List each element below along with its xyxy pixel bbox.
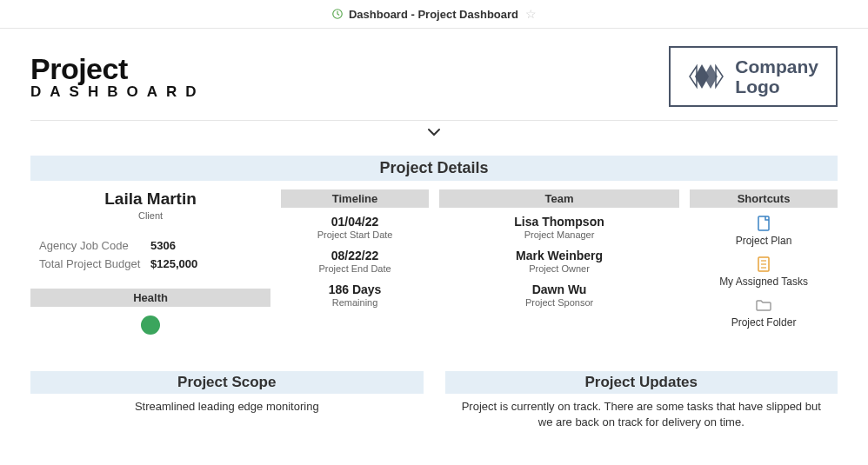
folder-icon <box>690 296 838 314</box>
chevron-down-icon[interactable] <box>426 124 442 142</box>
remaining-label: Remaining <box>281 297 429 308</box>
project-scope-column: Project Scope Streamlined leading edge m… <box>30 371 424 435</box>
project-scope-banner: Project Scope <box>30 371 424 394</box>
end-date-label: Project End Date <box>281 263 429 274</box>
document-icon <box>690 215 838 232</box>
start-date-item: 01/04/22 Project Start Date <box>281 215 429 240</box>
team-member: Dawn Wu Project Sponsor <box>439 282 679 308</box>
shortcuts-column: Shortcuts Project Plan My Assigned Tasks… <box>690 189 838 338</box>
company-logo-line1: Company <box>735 56 818 76</box>
team-member-role: Project Sponsor <box>439 297 679 308</box>
budget-value: $125,000 <box>150 257 262 270</box>
start-date-label: Project Start Date <box>281 229 429 240</box>
svg-rect-1 <box>758 216 769 230</box>
shortcut-label: Project Plan <box>690 235 838 247</box>
page-title: Project DASHBOARD <box>30 52 205 101</box>
project-updates-column: Project Updates Project is currently on … <box>445 371 838 435</box>
shortcut-label: Project Folder <box>690 316 838 329</box>
page-title-line1: Project <box>30 52 205 86</box>
shortcut-label: My Assigned Tasks <box>690 276 838 288</box>
end-date-value: 08/22/22 <box>281 249 429 262</box>
team-member-role: Project Owner <box>439 263 679 274</box>
team-member-name: Lisa Thompson <box>439 215 679 229</box>
project-updates-text: Project is currently on track. There are… <box>445 394 838 435</box>
budget-row: Total Project Budget $125,000 <box>30 255 270 273</box>
shortcut-project-folder[interactable]: Project Folder <box>690 296 838 329</box>
health-banner: Health <box>30 289 270 307</box>
company-logo-text: Company Logo <box>735 56 818 96</box>
client-column: Laila Martin Client Agency Job Code 5306… <box>30 189 270 338</box>
collapse-divider <box>30 120 838 143</box>
shortcuts-banner: Shortcuts <box>690 189 838 208</box>
timeline-banner: Timeline <box>281 189 429 208</box>
agency-code-row: Agency Job Code 5306 <box>30 236 270 255</box>
team-member-name: Mark Weinberg <box>439 249 679 262</box>
client-name: Laila Martin <box>30 189 270 209</box>
company-logo-mark-icon <box>688 61 726 92</box>
favorite-star-icon[interactable]: ☆ <box>525 7 537 21</box>
agency-code-label: Agency Job Code <box>39 239 150 252</box>
team-banner: Team <box>439 189 679 208</box>
client-role: Client <box>30 210 270 221</box>
project-scope-text: Streamlined leading edge monitoring <box>30 394 424 420</box>
company-logo: Company Logo <box>669 46 838 107</box>
timeline-column: Timeline 01/04/22 Project Start Date 08/… <box>281 189 429 338</box>
remaining-value: 186 Days <box>281 282 429 296</box>
remaining-item: 186 Days Remaining <box>281 282 429 308</box>
shortcut-project-plan[interactable]: Project Plan <box>690 215 838 247</box>
clock-icon <box>331 8 344 20</box>
health-indicator <box>30 307 270 338</box>
tasks-icon <box>690 256 838 273</box>
team-member: Mark Weinberg Project Owner <box>439 249 679 274</box>
top-bar-title: Dashboard - Project Dashboard <box>349 8 518 21</box>
shortcut-my-tasks[interactable]: My Assigned Tasks <box>690 256 838 288</box>
team-member-role: Project Manager <box>439 229 679 240</box>
budget-label: Total Project Budget <box>39 257 150 270</box>
header: Project DASHBOARD Company Logo <box>0 29 868 120</box>
company-logo-line2: Logo <box>735 76 818 96</box>
project-details-banner: Project Details <box>30 156 838 181</box>
top-bar: Dashboard - Project Dashboard ☆ <box>0 0 868 29</box>
health-status-dot-icon <box>141 316 160 335</box>
project-details-grid: Laila Martin Client Agency Job Code 5306… <box>0 189 868 338</box>
agency-code-value: 5306 <box>150 239 262 252</box>
end-date-item: 08/22/22 Project End Date <box>281 249 429 274</box>
project-updates-banner: Project Updates <box>445 371 838 394</box>
team-member: Lisa Thompson Project Manager <box>439 215 679 240</box>
team-member-name: Dawn Wu <box>439 282 679 296</box>
bottom-section: Project Scope Streamlined leading edge m… <box>0 371 868 435</box>
team-column: Team Lisa Thompson Project Manager Mark … <box>439 189 679 338</box>
page-title-line2: DASHBOARD <box>30 83 205 101</box>
start-date-value: 01/04/22 <box>281 215 429 229</box>
